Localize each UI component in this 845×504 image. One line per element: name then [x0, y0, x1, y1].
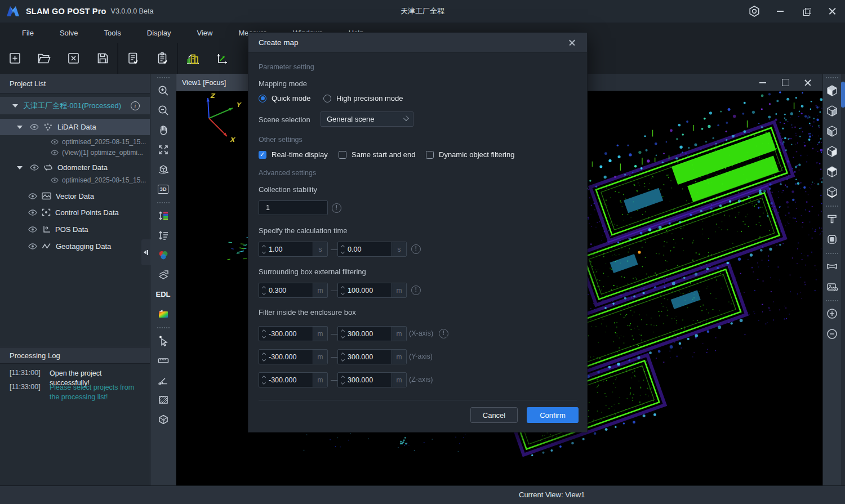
calc-time-to-spinner[interactable]: 0.00 s [337, 242, 407, 257]
surrounding-to-value[interactable]: 100.000 [348, 283, 392, 297]
x-min-spinner[interactable]: -300.000 m [259, 326, 328, 341]
x-max-spinner[interactable]: 300.000 m [337, 326, 407, 341]
minimize-button[interactable] [767, 0, 793, 23]
menu-view[interactable]: View [184, 23, 225, 43]
panel-collapse-handle[interactable] [141, 239, 150, 265]
y-min-value[interactable]: -300.000 [269, 350, 313, 364]
info-icon[interactable] [411, 244, 421, 254]
view-minimize-button[interactable] [751, 74, 774, 91]
spinner-arrows-icon[interactable] [259, 350, 269, 364]
visibility-eye-icon[interactable] [28, 226, 37, 233]
view-back-tool[interactable] [824, 101, 840, 121]
elevation-render-tool[interactable] [153, 206, 174, 225]
view-right-tool[interactable] [824, 141, 840, 162]
menu-tools[interactable]: Tools [91, 23, 134, 43]
spinner-arrows-icon[interactable] [338, 242, 348, 256]
scene-capture-tool[interactable] [824, 276, 840, 297]
strip-handle[interactable] [826, 77, 838, 78]
pan-tool[interactable] [153, 120, 174, 140]
3d-mode-tool[interactable]: 3D [153, 179, 174, 199]
strip-handle[interactable] [826, 253, 838, 254]
zoom-out-step-tool[interactable] [824, 324, 840, 344]
y-max-value[interactable]: 300.000 [348, 350, 392, 364]
tree-item-control-points[interactable]: Control Points Data [0, 206, 150, 219]
radio-off-icon[interactable] [323, 95, 331, 102]
edl-render-tool[interactable]: EDL [153, 284, 174, 304]
dialog-header[interactable]: Create map [248, 33, 587, 53]
settings-button[interactable] [741, 0, 767, 23]
z-max-spinner[interactable]: 300.000 m [337, 372, 407, 387]
strip-handle[interactable] [157, 202, 170, 203]
checkbox-checked-icon[interactable] [259, 151, 266, 159]
collapse-caret-icon[interactable] [17, 166, 23, 170]
spinner-arrows-icon[interactable] [338, 327, 348, 341]
spinner-arrows-icon[interactable] [259, 373, 269, 387]
spinner-arrows-icon[interactable] [259, 283, 269, 297]
view-front-tool[interactable] [824, 81, 840, 101]
calc-time-from-spinner[interactable]: 1.00 s [259, 242, 328, 257]
tree-child-row[interactable]: optimised_2025-08-15_15... [0, 137, 150, 147]
view1-tab[interactable]: View1 [Focus] [176, 74, 254, 91]
visibility-eye-icon[interactable] [28, 243, 37, 249]
y-max-spinner[interactable]: 300.000 m [337, 349, 407, 364]
scene-selection-dropdown[interactable]: General scene [321, 111, 413, 127]
radio-on-icon[interactable] [259, 95, 266, 102]
fit-view-tool[interactable] [153, 140, 174, 159]
perspective-tool[interactable] [824, 256, 840, 276]
realtime-display-checkbox[interactable]: Real-time display [259, 150, 328, 159]
same-start-end-checkbox[interactable]: Same start and end [339, 150, 415, 159]
tree-item-lidar[interactable]: LiDAR Data [0, 119, 150, 135]
visibility-eye-icon[interactable] [30, 124, 39, 130]
spinner-arrows-icon[interactable] [338, 350, 348, 364]
open-project-button[interactable] [29, 43, 59, 74]
new-project-button[interactable] [0, 43, 29, 74]
info-icon[interactable] [439, 329, 448, 338]
tree-child-row[interactable]: (View)[1] optimize_optimi... [0, 148, 150, 158]
save-project-button[interactable] [88, 43, 117, 74]
info-icon[interactable] [332, 203, 341, 213]
measure-area-tool[interactable] [153, 390, 174, 409]
pick-tool[interactable] [153, 331, 174, 350]
view-top-plane-tool[interactable] [824, 209, 840, 229]
spinner-arrows-icon[interactable] [259, 327, 269, 341]
menu-solve[interactable]: Solve [47, 23, 91, 43]
z-min-value[interactable]: -300.000 [269, 373, 313, 387]
view-close-button[interactable] [797, 74, 819, 91]
surrounding-from-value[interactable]: 0.300 [269, 283, 313, 297]
y-min-spinner[interactable]: -300.000 m [259, 349, 328, 364]
measure-length-tool[interactable] [153, 350, 174, 370]
strip-handle[interactable] [826, 300, 838, 301]
strip-handle[interactable] [157, 77, 170, 78]
collapse-caret-icon[interactable] [12, 104, 18, 108]
spinner-arrows-icon[interactable] [259, 242, 269, 256]
orbit-tool[interactable] [153, 159, 174, 179]
surrounding-from-spinner[interactable]: 0.300 m [259, 283, 328, 298]
spinner-arrows-icon[interactable] [338, 283, 348, 297]
visibility-eye-icon[interactable] [28, 209, 37, 216]
measure-angle-tool[interactable] [153, 370, 174, 390]
reconstruction-button[interactable] [178, 43, 207, 74]
collapse-caret-icon[interactable] [17, 126, 23, 129]
task-list-button[interactable] [148, 43, 177, 74]
quick-mode-option[interactable]: Quick mode [259, 94, 310, 102]
view-bottom-tool[interactable] [824, 182, 840, 202]
visibility-eye-icon[interactable] [30, 164, 39, 171]
x-min-value[interactable]: -300.000 [269, 327, 313, 341]
checkbox-unchecked-icon[interactable] [339, 151, 346, 159]
tree-item-pos[interactable]: POS Data [0, 222, 150, 236]
close-project-button[interactable] [59, 43, 88, 74]
checkbox-unchecked-icon[interactable] [426, 151, 434, 159]
tree-item-odometer[interactable]: Odometer Data [0, 160, 150, 175]
z-max-value[interactable]: 300.000 [348, 373, 392, 387]
surrounding-to-spinner[interactable]: 100.000 m [337, 283, 407, 298]
intensity-render-tool[interactable] [153, 225, 174, 245]
trajectory-button[interactable] [207, 43, 237, 74]
collection-stability-input[interactable]: 1 [259, 200, 328, 215]
x-max-value[interactable]: 300.000 [348, 327, 392, 341]
tree-child-row[interactable]: optimised_2025-08-15_15... [0, 175, 150, 185]
high-precision-mode-option[interactable]: High precision mode [323, 94, 403, 102]
menu-display[interactable]: Display [134, 23, 184, 43]
dynamic-filtering-checkbox[interactable]: Dynamic object filtering [426, 150, 514, 159]
visibility-eye-icon[interactable] [51, 139, 59, 145]
process-report-button[interactable] [118, 43, 148, 74]
